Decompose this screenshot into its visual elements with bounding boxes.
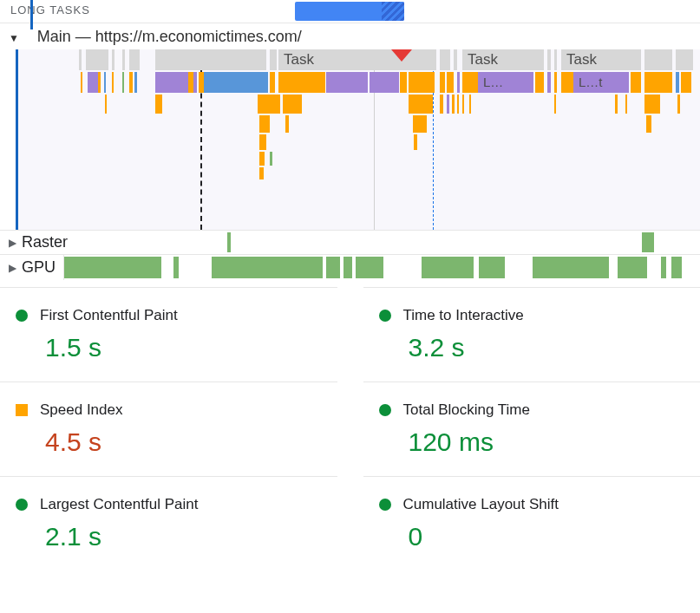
frame-seg — [270, 152, 272, 166]
frame-seg — [122, 72, 124, 93]
frame-seg — [285, 115, 289, 133]
frame-seg — [413, 115, 427, 133]
frame-seg — [129, 72, 133, 93]
task-block[interactable]: Task — [561, 49, 641, 70]
frame-seg — [259, 152, 265, 166]
gpu-event — [422, 257, 474, 278]
frame-seg — [457, 95, 459, 114]
metric-value: 1.5 s — [16, 333, 327, 362]
task-seg — [122, 49, 125, 70]
gpu-event — [661, 257, 666, 278]
metric-label: First Contentful Paint — [40, 307, 178, 324]
frame-seg — [204, 72, 268, 93]
task-seg — [547, 49, 551, 70]
frame-seg — [104, 72, 106, 93]
frame-seg — [259, 115, 270, 133]
long-tasks-label: LONG TASKS — [10, 3, 90, 16]
gpu-event — [618, 257, 647, 278]
long-task-hatch — [382, 2, 404, 21]
frame-seg — [414, 134, 417, 150]
frame-seg — [98, 72, 101, 93]
frame-seg — [400, 72, 407, 93]
frame-seg — [646, 115, 651, 133]
frame-seg — [258, 95, 280, 114]
metric-label: Time to Interactive — [403, 307, 524, 324]
raster-label: Raster — [22, 233, 68, 251]
chevron-right-icon: ▶ — [9, 237, 16, 249]
frame-seg — [81, 72, 82, 93]
task-seg — [86, 49, 108, 70]
metric-card[interactable]: Time to Interactive3.2 s — [363, 287, 701, 381]
frame-seg — [462, 72, 478, 93]
frame-seg — [554, 72, 557, 93]
frame-seg — [409, 95, 433, 114]
status-dot-icon — [16, 499, 28, 511]
metric-card[interactable]: Total Blocking Time120 ms — [363, 381, 701, 476]
frame-seg — [677, 95, 680, 114]
frame-seg — [535, 72, 544, 93]
main-thread-section: ▼ Main — https://m.economictimes.com/ Ta… — [0, 23, 700, 230]
frame-seg — [283, 95, 302, 114]
long-task-bar[interactable] — [295, 2, 404, 21]
task-block[interactable]: Task — [278, 49, 436, 70]
gpu-event — [212, 257, 323, 278]
frame-seg — [625, 95, 627, 114]
frame-seg — [440, 72, 445, 93]
main-flame-chart[interactable]: Task Task Task — [16, 49, 700, 230]
frame-seg — [112, 72, 114, 93]
task-seg — [644, 49, 672, 70]
metric-value: 4.5 s — [16, 427, 327, 457]
task-seg — [129, 49, 140, 70]
status-dot-icon — [379, 499, 391, 511]
metric-card[interactable]: First Contentful Paint1.5 s — [0, 287, 337, 381]
timeline-marker — [30, 0, 33, 29]
gpu-event — [343, 257, 352, 278]
gpu-event — [61, 257, 161, 278]
frame-block[interactable]: L… — [478, 72, 533, 93]
frame-seg — [278, 72, 325, 93]
frame-seg — [134, 72, 137, 93]
frame-seg — [447, 95, 449, 114]
metric-label: Largest Contentful Paint — [40, 496, 198, 513]
metric-label: Total Blocking Time — [403, 401, 530, 419]
main-thread-header[interactable]: ▼ Main — https://m.economictimes.com/ — [0, 23, 700, 49]
gpu-track[interactable]: ▶ GPU — [0, 254, 700, 280]
task-seg — [454, 49, 457, 70]
frame-seg — [447, 72, 454, 93]
task-block[interactable]: Task — [462, 49, 544, 70]
frame-seg — [440, 95, 443, 114]
metrics-panel: First Contentful Paint1.5 sTime to Inter… — [0, 287, 700, 571]
raster-event — [642, 232, 654, 252]
frame-block[interactable]: L…t — [573, 72, 629, 93]
frame-seg — [88, 72, 98, 93]
frame-seg — [326, 72, 368, 93]
frame-seg — [644, 72, 672, 93]
metric-card[interactable]: Speed Index4.5 s — [0, 381, 337, 476]
task-seg — [270, 49, 277, 70]
metric-card[interactable]: Cumulative Layout Shift0 — [363, 476, 701, 571]
status-square-icon — [16, 404, 28, 416]
status-dot-icon — [379, 404, 391, 416]
frame-seg — [457, 72, 460, 93]
frame-seg — [644, 95, 660, 114]
raster-event — [227, 232, 231, 252]
frame-seg — [370, 72, 399, 93]
chevron-right-icon: ▶ — [9, 262, 16, 274]
gpu-event — [671, 257, 682, 278]
gpu-event — [356, 257, 383, 278]
metric-value: 120 ms — [379, 427, 690, 457]
frame-seg — [631, 72, 641, 93]
task-seg — [79, 49, 82, 70]
frame-seg — [547, 72, 551, 93]
chevron-down-icon: ▼ — [9, 32, 19, 44]
frame-seg — [561, 72, 573, 93]
frame-seg — [554, 95, 556, 114]
gpu-event — [479, 257, 505, 278]
metric-card[interactable]: Largest Contentful Paint2.1 s — [0, 476, 337, 571]
task-seg — [554, 49, 557, 70]
raster-track[interactable]: ▶ Raster — [0, 230, 700, 254]
frame-seg — [462, 95, 464, 114]
task-seg — [440, 49, 450, 70]
status-dot-icon — [16, 310, 28, 322]
gpu-event — [533, 257, 609, 278]
